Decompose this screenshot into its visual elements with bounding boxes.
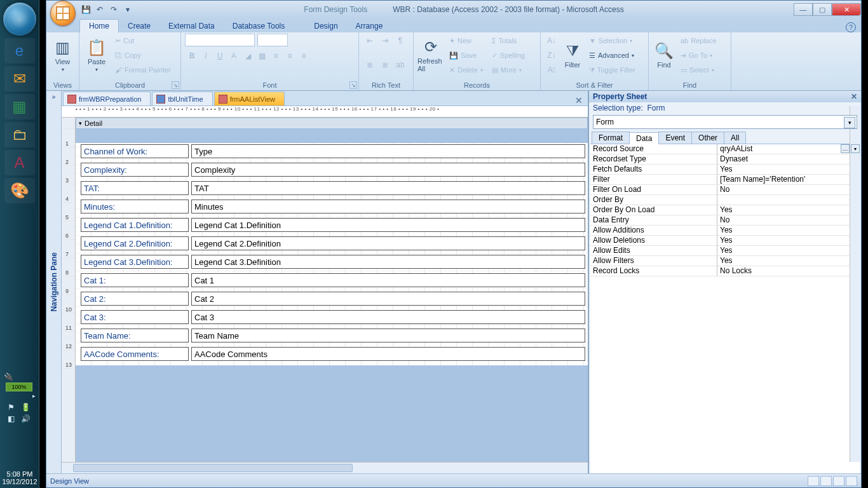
property-row[interactable]: Data EntryNo (590, 215, 860, 226)
form-field-row[interactable]: Cat 1:Cat 1 (81, 273, 585, 287)
advanced-button[interactable]: ☰Advanced▾ (585, 48, 639, 62)
doc-tab-frmwbrpreparation[interactable]: frmWBRPreparation (63, 92, 151, 105)
field-control[interactable]: Legend Cat 1.Definition (191, 218, 585, 232)
qat-save-icon[interactable]: 💾 (79, 3, 92, 16)
form-field-row[interactable]: Cat 2:Cat 2 (81, 292, 585, 306)
property-row[interactable]: Allow EditsYes (590, 246, 860, 256)
form-field-row[interactable]: Channel of Work:Type (81, 144, 585, 158)
field-label[interactable]: Legend Cat 1.Definition: (81, 218, 189, 232)
scrollbar-thumb[interactable] (73, 464, 353, 472)
dialog-launcher[interactable]: ↘ (349, 81, 357, 89)
align-center-button[interactable]: ≡ (283, 49, 297, 63)
field-label[interactable]: TAT: (81, 181, 189, 195)
tab-create[interactable]: Create (119, 20, 159, 32)
field-label[interactable]: Cat 1: (81, 273, 189, 287)
property-row[interactable]: Record SourceqryAAList▾… (590, 144, 860, 154)
field-control[interactable]: Complexity (191, 163, 585, 177)
fill-color-button[interactable]: ◢ (241, 49, 255, 63)
tray-icon[interactable]: 🔋 (21, 403, 31, 412)
property-row[interactable]: Fetch DefaultsYes (590, 165, 860, 175)
property-value[interactable] (717, 195, 860, 205)
dialog-launcher[interactable]: ↘ (172, 81, 179, 89)
prop-tab-format[interactable]: Format (592, 132, 630, 144)
property-value[interactable]: No (717, 215, 860, 225)
prop-tab-data[interactable]: Data (629, 132, 659, 144)
field-label[interactable]: Legend Cat 2.Definition: (81, 236, 189, 250)
bold-button[interactable]: B (185, 49, 199, 63)
taskbar-outlook-icon[interactable]: ✉ (4, 66, 35, 92)
qat-redo-icon[interactable]: ↷ (107, 3, 120, 16)
property-value[interactable]: Yes (717, 256, 860, 266)
form-design-canvas[interactable]: 12345678910111213 Detail Channel of Work… (62, 118, 588, 462)
property-row[interactable]: Filter[Team Name]='Retention' (590, 175, 860, 185)
field-label[interactable]: AACode Comments: (81, 347, 189, 361)
form-field-row[interactable]: Cat 3:Cat 3 (81, 310, 585, 324)
decrease-indent-button[interactable]: ⇤ (363, 34, 377, 48)
taskbar-paint-icon[interactable]: 🎨 (4, 178, 35, 203)
font-size-combo[interactable] (257, 34, 288, 46)
goto-button[interactable]: ➔Go To▾ (677, 48, 721, 62)
qat-customize-icon[interactable]: ▾ (121, 3, 134, 16)
field-control[interactable]: Cat 3 (191, 310, 585, 324)
clear-sort-button[interactable]: A⃠ (545, 63, 559, 77)
taskbar-excel-icon[interactable]: ▦ (4, 94, 35, 119)
property-row[interactable]: Recordset TypeDynaset (590, 154, 860, 165)
field-label[interactable]: Legend Cat 3.Definition: (81, 255, 189, 269)
replace-button[interactable]: abReplace (677, 34, 721, 48)
view-shortcut-design[interactable] (846, 476, 857, 486)
property-row[interactable]: Allow DeletionsYes (590, 236, 860, 246)
office-button[interactable] (50, 1, 76, 26)
property-value[interactable]: No (717, 185, 860, 194)
new-record-button[interactable]: ✦New (445, 34, 487, 48)
property-row[interactable]: Record LocksNo Locks (590, 266, 860, 276)
builder-icon[interactable]: … (841, 144, 850, 153)
property-value[interactable]: Dynaset (717, 154, 860, 164)
property-value[interactable]: Yes (717, 165, 860, 174)
property-value[interactable]: No Locks (717, 266, 860, 276)
volume-icon[interactable]: 🔊 (21, 414, 31, 423)
form-field-row[interactable]: Minutes:Minutes (81, 200, 585, 214)
tray-icon[interactable]: ⚑ (8, 403, 15, 412)
qat-undo-icon[interactable]: ↶ (93, 3, 106, 16)
field-label[interactable]: Complexity: (81, 163, 189, 177)
property-row[interactable]: Order By On LoadYes (590, 205, 860, 215)
field-label[interactable]: Channel of Work: (81, 144, 189, 158)
field-control[interactable]: Team Name (191, 329, 585, 342)
align-left-button[interactable]: ≡ (269, 49, 283, 63)
spelling-button[interactable]: ✓Spelling (488, 48, 529, 62)
field-control[interactable]: Cat 2 (191, 292, 585, 306)
field-label[interactable]: Minutes: (81, 200, 189, 214)
highlight-button[interactable]: ab (393, 58, 407, 72)
prop-tab-all[interactable]: All (724, 132, 746, 144)
property-value[interactable]: Yes (717, 226, 860, 235)
prop-tab-other[interactable]: Other (691, 132, 724, 144)
property-value[interactable]: qryAAList▾… (717, 144, 860, 154)
gridlines-button[interactable]: ▦ (255, 49, 269, 63)
align-right-button[interactable]: ≡ (297, 49, 311, 63)
tab-external-data[interactable]: External Data (159, 20, 224, 32)
increase-indent-button[interactable]: ⇥ (378, 34, 392, 48)
totals-button[interactable]: ΣTotals (488, 34, 529, 48)
numbering-button[interactable]: ≣ (378, 58, 392, 72)
prop-tab-event[interactable]: Event (658, 132, 692, 144)
paste-button[interactable]: 📋Paste▾ (83, 34, 110, 77)
doc-tab-tblunittime[interactable]: tblUnitTime (152, 92, 212, 105)
field-label[interactable]: Cat 2: (81, 292, 189, 306)
expand-icon[interactable]: ▸ (3, 393, 36, 399)
property-value[interactable]: [Team Name]='Retention' (717, 175, 860, 184)
more-button[interactable]: ▤More▾ (488, 63, 529, 77)
close-button[interactable]: ✕ (832, 3, 861, 16)
find-button[interactable]: 🔍Find (653, 34, 675, 77)
field-control[interactable]: Legend Cat 3.Definition (191, 255, 585, 269)
copy-button[interactable]: ⿻Copy (111, 48, 175, 62)
bullets-button[interactable]: ≣ (363, 58, 377, 72)
taskbar-access-icon[interactable]: A (4, 150, 35, 175)
field-control[interactable]: Cat 1 (191, 273, 585, 287)
property-value[interactable]: Yes (717, 246, 860, 255)
start-button[interactable] (3, 3, 36, 36)
delete-record-button[interactable]: ✕Delete▾ (445, 63, 487, 77)
form-field-row[interactable]: Complexity:Complexity (81, 163, 585, 177)
tab-database-tools[interactable]: Database Tools (224, 20, 294, 32)
navigation-pane-toggle[interactable]: » Navigation Pane (46, 91, 62, 473)
sort-asc-button[interactable]: A↓ (545, 34, 559, 48)
